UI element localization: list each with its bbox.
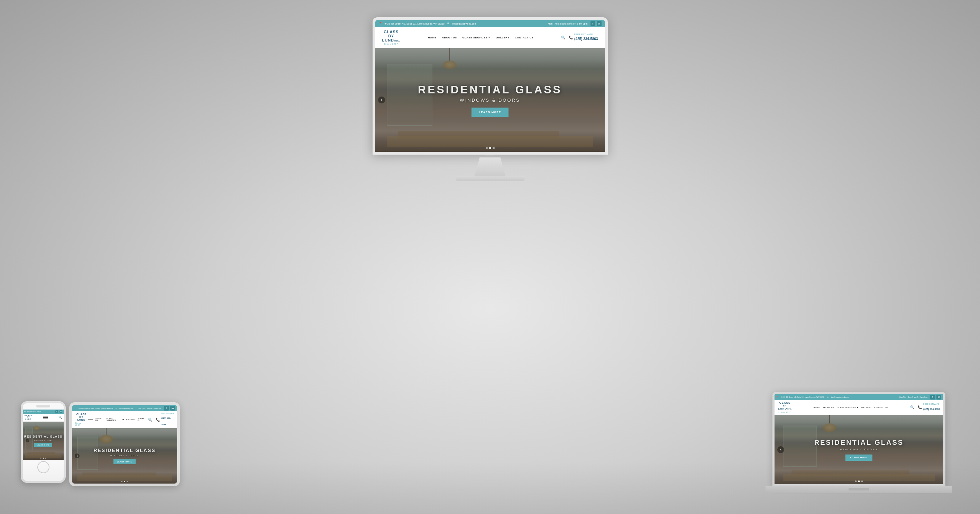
topbar-left: 📍 9433 4th Street NE, Suite 101 Lake Ste… — [379, 22, 477, 25]
laptop-email: info@glassbylund.com — [831, 396, 848, 398]
tablet-email: info@glassbylund.com — [119, 407, 133, 409]
monitor-connector — [485, 154, 495, 158]
header-right: 🔍 📞 FREE ESTIMATE (425) 334-5863 — [561, 33, 598, 41]
phone-icon: 📞 — [569, 36, 573, 40]
hero-dot-3[interactable] — [493, 147, 495, 149]
dropdown-arrow — [488, 37, 490, 38]
tablet-nav-gallery[interactable]: GALLERY — [126, 419, 135, 421]
laptop-ig-icon[interactable]: in — [936, 395, 941, 399]
logo[interactable]: GLASS BY LUNDINC. Since 1967 — [382, 30, 401, 45]
desktop-monitor: 📍 9433 4th Street NE, Suite 101 Lake Ste… — [372, 17, 608, 181]
hero-subtitle: WINDOWS & DOORS — [460, 97, 520, 103]
hamburger-menu[interactable] — [43, 416, 48, 419]
laptop-nav-contact[interactable]: CONTACT US — [875, 406, 889, 409]
address-icon: 📍 — [379, 22, 382, 25]
phone-dot-2[interactable] — [43, 458, 44, 459]
tablet-dropdown-arrow — [122, 419, 124, 420]
phone-topbar: Mon-Thurs 8 am-5 pm; Fri 8 am-3pm f in — [23, 409, 64, 414]
laptop-nav-home[interactable]: HOME — [814, 406, 820, 409]
tablet-social: f in — [164, 406, 175, 411]
nav-gallery[interactable]: GALLERY — [496, 36, 509, 39]
laptop-header-right: 🔍 📞 FREE ESTIMATE (425) 334-5863 — [910, 403, 940, 411]
email-icon: ✉ — [447, 22, 449, 25]
laptop-estimate-info: FREE ESTIMATE (425) 334-5863 — [923, 403, 940, 411]
phone-hero-dots — [40, 458, 46, 459]
tablet-logo-since: Since 1967 — [75, 422, 88, 426]
laptop-prev-btn[interactable]: ‹ — [777, 446, 784, 453]
tablet-free-estimate: 📞 FREE ESTIMATE (425) 334-5863 — [156, 413, 174, 426]
hero-prev-button[interactable]: ‹ — [378, 97, 385, 103]
tablet-topbar-right: Mon-Thurs 8 am-5 pm; Fri 8 am-3pm f in — [138, 406, 175, 411]
hero-overlay: RESIDENTIAL GLASS WINDOWS & DOORS LEARN … — [375, 48, 605, 152]
tablet-search-icon[interactable]: 🔍 — [148, 418, 152, 422]
free-estimate: 📞 FREE ESTIMATE (425) 334-5863 — [569, 33, 598, 41]
phone-hours: Mon-Thurs 8 am-5 pm; Fri 8 am-3pm — [24, 411, 41, 412]
laptop-logo-since: Since 1967 — [778, 411, 792, 413]
tablet-nav-contact[interactable]: CONTACT US — [137, 418, 148, 421]
hero-learn-more-button[interactable]: LEARN MORE — [471, 108, 509, 117]
tablet-estimate-info: FREE ESTIMATE (425) 334-5863 — [161, 413, 174, 426]
laptop-hero-subtitle: WINDOWS & DOORS — [840, 448, 878, 451]
nav-home[interactable]: HOME — [428, 36, 437, 39]
tablet-fb[interactable]: f — [164, 406, 169, 411]
nav-about[interactable]: ABOUT US — [442, 36, 457, 39]
facebook-icon[interactable]: f — [590, 21, 595, 26]
laptop-fb-icon[interactable]: f — [930, 395, 935, 399]
phone-hero-subtitle: WINDOWS & DOORS — [34, 440, 53, 441]
tablet-logo[interactable]: GLASS BY LUND Since 1967 — [75, 413, 88, 426]
phone-social: f in — [55, 410, 62, 413]
laptop-search-icon[interactable]: 🔍 — [910, 406, 914, 409]
laptop-topbar-right: Mon-Thurs 8 am-5 pm; Fri 8 am-3pm f in — [899, 395, 941, 399]
phone-topbar-left: Mon-Thurs 8 am-5 pm; Fri 8 am-3pm — [24, 411, 41, 412]
topbar-email: info@glassbylund.com — [452, 22, 477, 25]
nav-contact[interactable]: CONTACT US — [515, 36, 534, 39]
laptop-nav-services[interactable]: GLASS SERVICES — [837, 406, 859, 409]
phone-logo-text: GLASS BY LUND — [25, 415, 32, 421]
phone-hero: RESIDENTIAL GLASS WINDOWS & DOORS LEARN … — [23, 422, 64, 460]
phone-notch — [36, 405, 50, 407]
tablet-nav-home[interactable]: HOME — [88, 419, 94, 421]
hamburger-line-2 — [43, 417, 48, 418]
monitor-screen: 📍 9433 4th Street NE, Suite 101 Lake Ste… — [375, 20, 605, 152]
laptop-nav-about[interactable]: ABOUT US — [822, 406, 834, 409]
main-nav: HOME ABOUT US GLASS SERVICES GALLERY CON… — [428, 36, 533, 39]
tablet-nav: HOME ABOUT US GLASS SERVICES GALLERY CON… — [88, 418, 148, 421]
tablet-prev-btn[interactable]: ‹ — [75, 454, 80, 458]
tablet-hero-title: RESIDENTIAL GLASS — [94, 447, 155, 453]
phone-hero-btn[interactable]: LEARN MORE — [34, 443, 52, 447]
tablet-topbar-left: 📍 9433 4th Street NE, Suite 101 Lake Ste… — [74, 407, 133, 409]
search-icon[interactable]: 🔍 — [561, 36, 565, 40]
phone-search-icon[interactable]: 🔍 — [59, 416, 62, 419]
tablet-estimate-label: FREE ESTIMATE — [161, 413, 174, 414]
phone-fb[interactable]: f — [55, 410, 58, 413]
laptop-logo[interactable]: GLASS BY LUNDINC. Since 1967 — [778, 402, 792, 413]
laptop-topbar: 📍 9433 4th Street NE, Suite 101 Lake Ste… — [775, 394, 943, 400]
phone-ig[interactable]: in — [59, 410, 62, 413]
laptop-free-estimate: 📞 FREE ESTIMATE (425) 334-5863 — [918, 403, 940, 411]
hamburger-line-1 — [43, 416, 48, 417]
hero-dot-1[interactable] — [486, 147, 488, 149]
topbar-address: 9433 4th Street NE, Suite 101 Lake Steve… — [385, 22, 444, 25]
nav-glass-services[interactable]: GLASS SERVICES — [463, 36, 490, 39]
laptop-email-icon: ✉ — [827, 396, 829, 398]
monitor-topbar: 📍 9433 4th Street NE, Suite 101 Lake Ste… — [375, 20, 605, 27]
tablet-phone-num[interactable]: (425) 334-5863 — [161, 417, 171, 425]
laptop-hero-btn[interactable]: LEARN MORE — [845, 455, 872, 461]
phone-number[interactable]: (425) 334-5863 — [574, 37, 598, 41]
phone-header: GLASS BY LUND 🔍 — [23, 414, 64, 422]
laptop-nav-gallery[interactable]: GALLERY — [861, 406, 872, 409]
tablet-nav-about[interactable]: ABOUT US — [95, 418, 105, 421]
floor-reflection — [0, 462, 980, 514]
tablet-ig[interactable]: in — [170, 406, 175, 411]
tablet-header-right: 🔍 📞 FREE ESTIMATE (425) 334-5863 — [148, 413, 174, 426]
tablet-nav-services[interactable]: GLASS SERVICES — [107, 418, 124, 421]
phone-dot-3[interactable] — [45, 458, 46, 459]
phone-dot-1[interactable] — [40, 458, 41, 459]
instagram-icon[interactable]: in — [597, 21, 601, 26]
laptop-phone-number[interactable]: (425) 334-5863 — [923, 408, 940, 410]
phone-logo[interactable]: GLASS BY LUND — [25, 415, 32, 421]
hero-dot-2[interactable] — [489, 147, 491, 149]
laptop-hours: Mon-Thurs 8 am-5 pm; Fri 8 am-3pm — [899, 396, 928, 398]
phone-prev-btn[interactable]: ‹ — [25, 439, 29, 442]
logo-text: GLASS BY LUNDINC. — [382, 30, 401, 42]
